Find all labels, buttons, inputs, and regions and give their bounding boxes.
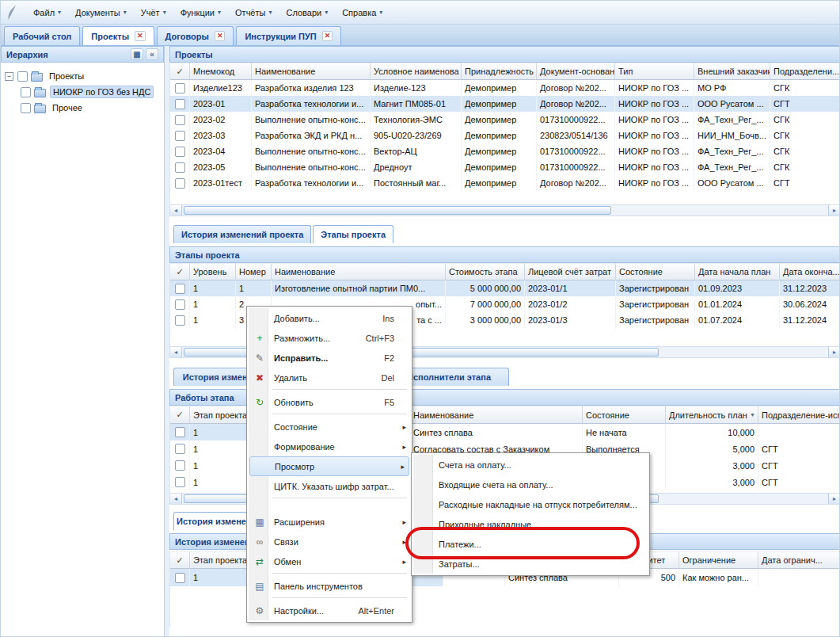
row-select-cell[interactable]	[170, 312, 190, 328]
row-checkbox[interactable]	[175, 477, 185, 487]
main-tab[interactable]: Договоры✕	[157, 26, 234, 45]
scroll-left-icon[interactable]: ◂	[170, 347, 182, 357]
row-select-cell[interactable]	[170, 175, 190, 191]
close-icon[interactable]: ✕	[135, 31, 146, 41]
column-header[interactable]: Подразделени...	[770, 63, 840, 80]
column-header[interactable]: Внешний заказчик	[694, 63, 770, 80]
column-header[interactable]: Лицевой счёт затрат	[525, 263, 616, 280]
row-checkbox[interactable]	[175, 147, 185, 157]
context-menu-item[interactable]: ∞Связи▸	[249, 532, 410, 551]
column-header[interactable]: Состояние	[616, 263, 695, 280]
row-select-cell[interactable]	[170, 569, 190, 586]
menubar-item[interactable]: Словари▾	[279, 5, 335, 21]
scroll-thumb[interactable]	[184, 206, 611, 215]
context-menu-item[interactable]: +Размножить...Ctrl+F3	[249, 328, 410, 348]
select-all-header[interactable]: ✓	[170, 263, 190, 280]
context-menu-item[interactable]: ▤Панель инструментов	[249, 576, 410, 596]
column-header[interactable]: Дата начала план	[695, 263, 780, 280]
expander-icon[interactable]: −	[5, 72, 13, 81]
table-row[interactable]: 2023-02Выполнение опытно-конс...Технолог…	[170, 112, 840, 128]
column-header[interactable]: Стоимость этапа	[446, 263, 525, 280]
tree-item[interactable]: Прочее	[1, 100, 164, 116]
row-select-cell[interactable]	[170, 441, 190, 457]
projects-hscrollbar[interactable]: ◂▸	[169, 204, 840, 216]
row-checkbox[interactable]	[175, 131, 185, 141]
column-header[interactable]: Мнемокод	[190, 63, 252, 80]
submenu-item[interactable]: Расходные накладные на отпуск потребител…	[413, 494, 648, 514]
row-checkbox[interactable]	[175, 427, 185, 437]
row-checkbox[interactable]	[175, 573, 185, 583]
row-checkbox[interactable]	[175, 178, 185, 189]
subtab[interactable]: Этапы проекта	[313, 225, 393, 243]
column-header[interactable]: Наименование	[410, 406, 583, 424]
main-tab[interactable]: Рабочий стол	[4, 26, 80, 45]
context-menu-item[interactable]: ЦИТК. Указать шифр затрат...	[249, 476, 410, 496]
menubar-item[interactable]: Файл▾	[26, 5, 68, 21]
scroll-right-icon[interactable]: ▸	[828, 494, 840, 504]
submenu-item[interactable]: Счета на оплату...	[413, 455, 648, 475]
scroll-right-icon[interactable]: ▸	[828, 347, 840, 357]
menubar-item[interactable]: Документы▾	[68, 5, 134, 21]
context-menu-item[interactable]: ✖УдалитьDel	[249, 368, 410, 387]
submenu-item[interactable]: Входящие счета на оплату...	[413, 475, 648, 494]
column-header[interactable]: Состояние	[583, 406, 666, 424]
tree-item[interactable]: НИОКР по ГОЗ без НДС	[1, 84, 164, 100]
table-row[interactable]: 2023-04Выполнение опытно-конс...Вектор-А…	[170, 143, 840, 159]
table-row[interactable]: 2023-03Разработка ЭКД и РКД н...905-U020…	[170, 128, 840, 143]
scroll-left-icon[interactable]: ◂	[170, 494, 182, 504]
row-checkbox[interactable]	[175, 284, 185, 294]
scroll-right-icon[interactable]: ▸	[828, 205, 840, 216]
column-header[interactable]: Ограничение	[679, 551, 758, 569]
menubar-item[interactable]: Справка▾	[335, 5, 390, 21]
scroll-left-icon[interactable]: ◂	[170, 205, 182, 216]
column-header[interactable]: Тип	[615, 63, 694, 80]
row-select-cell[interactable]	[170, 159, 190, 175]
row-select-cell[interactable]	[170, 128, 190, 143]
context-menu-item[interactable]: ⚙Настройки...Alt+Enter	[249, 601, 410, 620]
row-select-cell[interactable]	[170, 474, 190, 490]
table-row[interactable]: 11Изготовление опытной партии ПМ0...5 00…	[170, 280, 840, 296]
column-header[interactable]: Длительность план▼	[666, 406, 758, 424]
context-menu-item[interactable]: ▦Расширения▸	[249, 512, 410, 532]
column-header[interactable]: Документ-основан	[537, 63, 615, 80]
row-select-cell[interactable]	[170, 96, 190, 112]
context-menu-item[interactable]: Состояние▸	[249, 417, 410, 437]
table-row[interactable]: 2023-05Выполнение опытно-конс...Дредноут…	[170, 159, 840, 175]
context-menu-item[interactable]: Формирование▸	[249, 437, 410, 456]
select-all-header[interactable]: ✓	[170, 63, 190, 80]
column-header[interactable]: Наименование	[252, 63, 371, 80]
table-row[interactable]: 2023-01Разработка технологии и...Магнит …	[170, 96, 840, 112]
column-header[interactable]: Подразделение-исп...	[758, 406, 840, 424]
row-checkbox[interactable]	[175, 83, 185, 93]
column-header[interactable]: Дата огранич...	[758, 551, 840, 569]
row-checkbox[interactable]	[175, 315, 185, 326]
context-menu-item[interactable]: ↻ОбновитьF5	[249, 392, 410, 412]
row-select-cell[interactable]	[170, 424, 190, 441]
grid-filter-icon[interactable]: ▦	[131, 48, 143, 60]
main-tab[interactable]: Инструкции ПУП✕	[236, 26, 341, 45]
close-icon[interactable]: ✕	[215, 31, 226, 41]
column-header[interactable]: Наименование	[272, 263, 446, 280]
subtab[interactable]: История изменений проекта	[173, 225, 311, 243]
menubar-item[interactable]: Функции▾	[173, 5, 228, 21]
main-tab[interactable]: Проекты✕	[82, 26, 154, 45]
row-checkbox[interactable]	[175, 99, 185, 109]
column-header[interactable]: Дата оконча...	[780, 263, 840, 280]
tree-checkbox[interactable]	[21, 87, 31, 97]
row-select-cell[interactable]	[170, 112, 190, 128]
context-menu-item[interactable]: ✎Исправить...F2	[249, 348, 410, 368]
row-select-cell[interactable]	[170, 457, 190, 474]
row-checkbox[interactable]	[175, 162, 185, 173]
row-checkbox[interactable]	[175, 115, 185, 125]
table-row[interactable]: Изделие123Разработка изделия 123Изделие-…	[170, 80, 840, 96]
tree-checkbox[interactable]	[17, 71, 28, 82]
row-checkbox[interactable]	[175, 460, 185, 471]
close-icon[interactable]: ✕	[322, 31, 333, 41]
select-all-header[interactable]: ✓	[170, 551, 190, 569]
table-row[interactable]: 2023-01тестРазработка технологии и...Пос…	[170, 175, 840, 191]
column-header[interactable]: Уровень	[190, 263, 236, 280]
tree-item[interactable]: −Проекты	[1, 68, 164, 84]
row-checkbox[interactable]	[175, 444, 185, 454]
context-menu-item[interactable]: Просмотр▸	[249, 456, 409, 476]
select-all-header[interactable]: ✓	[170, 406, 190, 424]
